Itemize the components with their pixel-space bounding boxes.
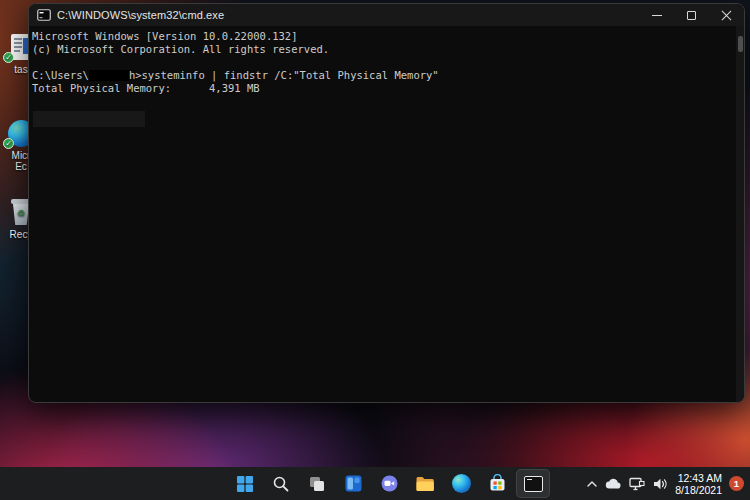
terminal-line: (c) Microsoft Corporation. All rights re… bbox=[32, 43, 740, 56]
terminal-line: Microsoft Windows [Version 10.0.22000.13… bbox=[32, 30, 740, 43]
file-explorer-button[interactable] bbox=[408, 469, 442, 498]
chat-icon bbox=[380, 474, 399, 493]
hidden-icons-button[interactable] bbox=[586, 479, 598, 489]
chevron-up-icon bbox=[586, 479, 598, 489]
file-explorer-icon bbox=[415, 475, 435, 493]
terminal-blank-line bbox=[32, 56, 740, 69]
taskbar: 12:43 AM 8/18/2021 1 bbox=[0, 467, 750, 500]
cmd-titlebar[interactable]: C:\WINDOWS\system32\cmd.exe bbox=[29, 4, 744, 26]
terminal-content[interactable]: Microsoft Windows [Version 10.0.22000.13… bbox=[29, 26, 744, 403]
network-tray-button[interactable] bbox=[629, 477, 645, 491]
cmd-window: C:\WINDOWS\system32\cmd.exe Microsoft Wi… bbox=[28, 3, 745, 403]
terminal-blank-line bbox=[32, 95, 740, 108]
clock-time: 12:43 AM bbox=[675, 472, 722, 484]
onedrive-tray-button[interactable] bbox=[605, 478, 622, 490]
command-prompt-icon bbox=[524, 476, 543, 492]
taskbar-center-group bbox=[228, 469, 550, 498]
prompt-prefix: C:\Users\ bbox=[32, 69, 89, 81]
chat-button[interactable] bbox=[372, 469, 406, 498]
terminal-output-line: Total Physical Memory: 4,391 MB bbox=[32, 82, 740, 95]
edge-button[interactable] bbox=[444, 469, 478, 498]
speaker-icon bbox=[652, 477, 668, 491]
edge-icon bbox=[452, 474, 471, 493]
network-icon bbox=[629, 477, 645, 491]
command-prompt-button[interactable] bbox=[516, 469, 550, 498]
search-button[interactable] bbox=[264, 469, 298, 498]
search-icon bbox=[272, 475, 290, 493]
clock-date: 8/18/2021 bbox=[675, 484, 722, 496]
minimize-button[interactable] bbox=[639, 4, 674, 26]
close-button[interactable] bbox=[709, 4, 744, 26]
desktop-icon-label2: Ec bbox=[15, 161, 27, 172]
task-view-button[interactable] bbox=[300, 469, 334, 498]
desktop-icon-label: tas bbox=[14, 64, 27, 75]
task-view-icon bbox=[308, 475, 326, 493]
widgets-icon bbox=[344, 474, 363, 493]
prompt-command: h>systeminfo | findstr /C:"Total Physica… bbox=[129, 69, 439, 81]
store-icon bbox=[488, 474, 507, 493]
windows-logo-icon bbox=[236, 475, 254, 493]
redacted-username bbox=[89, 70, 129, 81]
store-button[interactable] bbox=[480, 469, 514, 498]
volume-tray-button[interactable] bbox=[652, 477, 668, 491]
system-tray: 12:43 AM 8/18/2021 1 bbox=[586, 467, 744, 500]
cloud-icon bbox=[605, 478, 622, 490]
notification-badge[interactable]: 1 bbox=[729, 476, 744, 491]
widgets-button[interactable] bbox=[336, 469, 370, 498]
sync-check-icon: ✓ bbox=[3, 52, 14, 63]
cmd-app-icon bbox=[37, 9, 51, 21]
scrollbar-thumb[interactable] bbox=[738, 36, 743, 52]
window-title: C:\WINDOWS\system32\cmd.exe bbox=[57, 9, 639, 21]
terminal-scrollbar[interactable] bbox=[736, 26, 744, 403]
start-button[interactable] bbox=[228, 469, 262, 498]
taskbar-clock[interactable]: 12:43 AM 8/18/2021 bbox=[675, 472, 722, 496]
sync-check-icon: ✓ bbox=[3, 138, 14, 149]
redacted-prompt-block bbox=[33, 111, 145, 127]
screen: ✓ tas ✓ Micr Ec ♻ Recy C:\WINDOWS\system… bbox=[0, 0, 750, 500]
terminal-prompt-line: C:\Users\h>systeminfo | findstr /C:"Tota… bbox=[32, 69, 740, 82]
maximize-button[interactable] bbox=[674, 4, 709, 26]
